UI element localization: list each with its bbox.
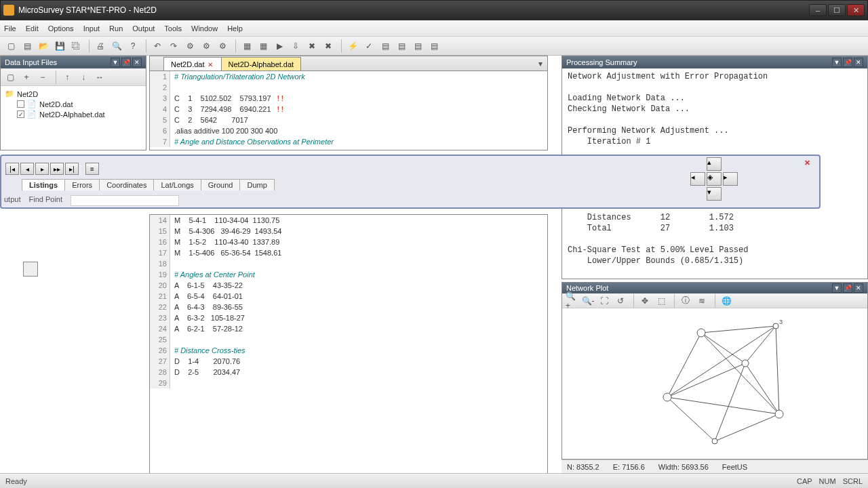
tab-alphabet[interactable]: Net2D-Alphabet.dat [221, 57, 302, 70]
globe-icon[interactable]: 🌐 [719, 294, 733, 308]
info-icon[interactable]: ⓘ [679, 294, 692, 308]
cancel-icon[interactable]: ✖ [305, 39, 319, 53]
nav-left-icon[interactable]: ◂ [690, 172, 705, 186]
summary-menu-icon[interactable]: ▼ [832, 58, 842, 67]
netplot-pin-icon[interactable]: 📌 [843, 283, 852, 293]
close-button[interactable]: ✕ [847, 4, 865, 16]
check-icon[interactable]: ✓ [362, 39, 376, 53]
checkbox-icon[interactable] [17, 110, 24, 118]
page4-icon[interactable]: ▤ [427, 39, 441, 53]
nav-up-icon[interactable]: ▴ [707, 157, 722, 171]
export-icon[interactable]: ⇩ [289, 39, 302, 53]
undo-icon[interactable]: ↶ [151, 39, 164, 53]
menu-output[interactable]: Output [132, 24, 155, 33]
network-plot[interactable]: 3 [562, 308, 867, 459]
float-close-icon[interactable]: ✕ [804, 159, 815, 169]
output-label: utput [4, 195, 20, 206]
preview-icon[interactable]: 🔍 [110, 39, 123, 53]
zoom-fit-icon[interactable]: ⛶ [597, 294, 611, 308]
dif-new-icon[interactable]: ▢ [3, 70, 17, 84]
lower-tab-ground[interactable]: Ground [201, 179, 241, 190]
rewind-icon[interactable]: |◂ [5, 163, 19, 175]
select-icon[interactable]: ⬚ [654, 294, 668, 308]
lower-tab-coordinates[interactable]: Coordinates [99, 179, 154, 190]
copy-icon[interactable]: ⿻ [69, 39, 83, 53]
tree-file[interactable]: 📄Net2D-Alphabet.dat [17, 109, 142, 119]
run-icon[interactable]: ▶ [273, 39, 286, 53]
tool-icon[interactable]: ⚙ [183, 39, 197, 53]
menu-window[interactable]: Window [191, 24, 218, 33]
bolt-icon[interactable]: ⚡ [346, 39, 359, 53]
collapsed-sidebar-tab[interactable] [23, 262, 38, 277]
status-ready: Ready [5, 477, 27, 485]
page2-icon[interactable]: ▤ [395, 39, 408, 53]
tabs-dropdown-icon[interactable]: ▾ [534, 57, 547, 70]
checkbox-icon[interactable] [17, 100, 24, 108]
new2-icon[interactable]: ▤ [20, 39, 34, 53]
nav-right-icon[interactable]: ▸ [723, 172, 738, 186]
list-icon[interactable]: ≡ [85, 163, 99, 175]
minimize-button[interactable]: – [809, 4, 827, 16]
menu-edit[interactable]: Edit [26, 24, 39, 33]
help-icon[interactable]: ? [126, 39, 140, 53]
cancel2-icon[interactable]: ✖ [321, 39, 335, 53]
redo-icon[interactable]: ↷ [167, 39, 180, 53]
panel-pin-icon[interactable]: 📌 [121, 58, 131, 67]
tree-root[interactable]: 📁Net2D [5, 89, 142, 99]
dif-up-icon[interactable]: ↑ [60, 70, 74, 84]
zoom-prev-icon[interactable]: ↺ [614, 294, 627, 308]
net-icon[interactable]: ▦ [240, 39, 254, 53]
dif-x-icon[interactable]: ↔ [93, 70, 106, 84]
tool2-icon[interactable]: ⚙ [199, 39, 213, 53]
panel-menu-icon[interactable]: ▼ [111, 58, 120, 67]
play-icon[interactable]: ▸ [35, 163, 49, 175]
dif-down-icon[interactable]: ↓ [77, 70, 90, 84]
svg-line-8 [745, 363, 779, 414]
menu-file[interactable]: File [4, 24, 16, 33]
fwd-end-icon[interactable]: ▸| [65, 163, 79, 175]
find-point-input[interactable] [71, 195, 179, 206]
net2-icon[interactable]: ▦ [256, 39, 270, 53]
svg-line-6 [745, 326, 776, 363]
tab-net2d[interactable]: Net2D.dat ✕ [163, 57, 222, 70]
summary-close-icon[interactable]: ✕ [854, 58, 863, 67]
lower-tab-listings[interactable]: Listings [22, 179, 65, 190]
menu-options[interactable]: Options [48, 24, 74, 33]
netplot-close-icon[interactable]: ✕ [854, 283, 863, 293]
step-fwd-icon[interactable]: ▸▸ [50, 163, 64, 175]
open-icon[interactable]: 📂 [37, 39, 50, 53]
file-tree[interactable]: 📁Net2D 📄Net2D.dat📄Net2D-Alphabet.dat [1, 86, 146, 122]
netplot-menu-icon[interactable]: ▼ [832, 283, 842, 293]
zoom-out-icon[interactable]: 🔍- [581, 294, 595, 308]
dif-del-icon[interactable]: − [36, 70, 50, 84]
plot-status-bar: N: 8355.2 E: 7156.6 Width: 5693.56 FeetU… [561, 460, 868, 473]
dif-add-icon[interactable]: + [20, 70, 33, 84]
panel-close-icon[interactable]: ✕ [132, 58, 142, 67]
save-icon[interactable]: 💾 [53, 39, 66, 53]
step-back-icon[interactable]: ◂ [20, 163, 34, 175]
menu-tools[interactable]: Tools [164, 24, 182, 33]
code-editor-lower[interactable]: 14151617181920212223242526272829 M 5-4-1… [150, 215, 547, 488]
menu-run[interactable]: Run [109, 24, 123, 33]
lower-tab-dump[interactable]: Dump [239, 179, 274, 190]
zoom-in-icon[interactable]: 🔍+ [565, 294, 578, 308]
lower-tab-errors[interactable]: Errors [64, 179, 100, 190]
nav-center-icon[interactable]: ◈ [707, 172, 722, 186]
summary-pin-icon[interactable]: 📌 [843, 58, 852, 67]
floating-output-window[interactable]: ▴ ◂◈▸ ▾ ✕ |◂ ◂ ▸ ▸▸ ▸| ≡ ListingsErrorsC… [0, 155, 821, 209]
layer-icon[interactable]: ≋ [695, 294, 709, 308]
summary-title: Processing Summary [566, 58, 637, 66]
tree-file[interactable]: 📄Net2D.dat [17, 99, 142, 109]
menu-help[interactable]: Help [227, 24, 243, 33]
maximize-button[interactable]: ☐ [828, 4, 846, 16]
new-icon[interactable]: ▢ [4, 39, 18, 53]
page1-icon[interactable]: ▤ [378, 39, 392, 53]
print-icon[interactable]: 🖨 [94, 39, 107, 53]
pan-icon[interactable]: ✥ [638, 294, 652, 308]
lower-tab-latlongs[interactable]: Lat/Longs [153, 179, 201, 190]
tool3-icon[interactable]: ⚙ [216, 39, 229, 53]
code-editor-upper[interactable]: 1234567 # Triangulation/Trilateration 2D… [150, 71, 547, 150]
tab-close-icon[interactable]: ✕ [208, 61, 214, 68]
menu-input[interactable]: Input [83, 24, 100, 33]
page3-icon[interactable]: ▤ [411, 39, 425, 53]
